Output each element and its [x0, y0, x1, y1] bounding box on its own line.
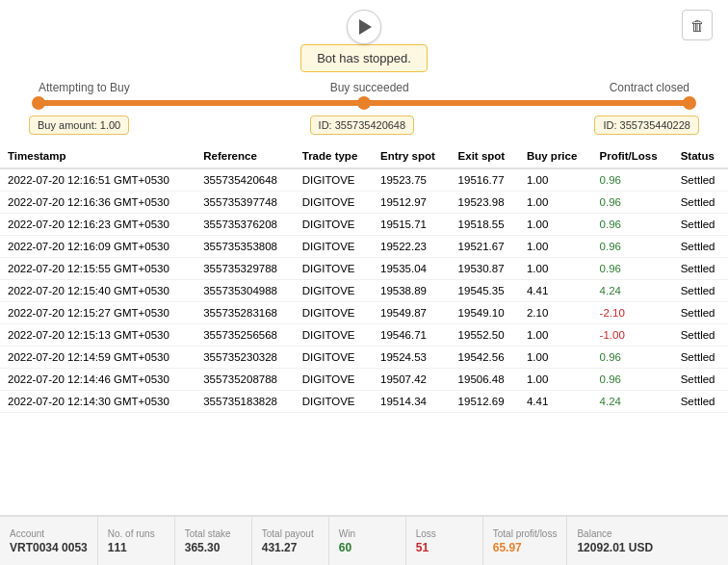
progress-dot-end	[683, 96, 696, 110]
table-row: 2022-07-20 12:15:27 GMT+0530355735283168…	[0, 302, 728, 324]
col-profit-loss: Profit/Loss	[592, 144, 673, 168]
footer-payout-value: 431.27	[262, 541, 319, 554]
table-cell: 19521.67	[451, 236, 519, 258]
footer-account-value: VRT0034 0053	[10, 541, 88, 554]
play-button[interactable]	[347, 10, 381, 44]
table-cell: 0.96	[592, 369, 673, 391]
progress-section: Attempting to Buy Buy succeeded Contract…	[0, 71, 728, 139]
table-cell: 1.00	[519, 258, 592, 280]
table-cell: DIGITOVE	[295, 347, 373, 369]
trades-table: Timestamp Reference Trade type Entry spo…	[0, 144, 728, 413]
table-cell: 2022-07-20 12:14:59 GMT+0530	[0, 347, 195, 369]
table-cell: Settled	[673, 302, 728, 324]
table-cell: 1.00	[519, 214, 592, 236]
table-cell: DIGITOVE	[295, 236, 373, 258]
table-cell: 2022-07-20 12:14:46 GMT+0530	[0, 369, 195, 391]
table-cell: 1.00	[519, 324, 592, 347]
table-cell: Settled	[673, 258, 728, 280]
col-trade-type: Trade type	[295, 144, 373, 168]
table-cell: DIGITOVE	[295, 192, 373, 214]
table-cell: 2022-07-20 12:16:51 GMT+0530	[0, 168, 195, 192]
table-row: 2022-07-20 12:15:55 GMT+0530355735329788…	[0, 258, 728, 280]
table-cell: 19523.75	[373, 168, 451, 192]
progress-tooltips: Buy amount: 1.00 ID: 355735420648 ID: 35…	[29, 116, 699, 135]
footer-runs: No. of runs 111	[98, 517, 175, 565]
table-body: 2022-07-20 12:16:51 GMT+0530355735420648…	[0, 168, 728, 413]
footer-loss-label: Loss	[416, 528, 473, 539]
table-cell: Settled	[673, 236, 728, 258]
table-cell: 0.96	[592, 236, 673, 258]
table-cell: Settled	[673, 369, 728, 391]
table-cell: 2022-07-20 12:16:36 GMT+0530	[0, 192, 195, 214]
table-cell: 1.00	[519, 347, 592, 369]
footer-profit-value: 65.97	[493, 541, 558, 554]
tooltip-id-end: ID: 355735440228	[594, 116, 699, 135]
footer-payout-label: Total payout	[262, 528, 319, 539]
table-cell: 19516.77	[451, 168, 519, 192]
table-cell: 19549.10	[451, 302, 519, 324]
table-cell: -2.10	[592, 302, 673, 324]
table-cell: Settled	[673, 324, 728, 347]
table-cell: 355735208788	[195, 369, 295, 391]
footer-stake-value: 365.30	[185, 541, 242, 554]
table-cell: DIGITOVE	[295, 258, 373, 280]
tooltip-buy-amount: Buy amount: 1.00	[29, 116, 129, 135]
table-cell: -1.00	[592, 324, 673, 347]
progress-labels: Attempting to Buy Buy succeeded Contract…	[29, 81, 699, 94]
trash-button[interactable]: 🗑	[682, 10, 713, 40]
footer-runs-label: No. of runs	[108, 528, 165, 539]
tooltip-id-mid: ID: 355735420648	[310, 116, 415, 135]
table-cell: 19545.35	[451, 280, 519, 302]
table-cell: 19514.34	[373, 391, 451, 413]
table-cell: 1.00	[519, 192, 592, 214]
table-cell: DIGITOVE	[295, 168, 373, 192]
table-cell: 19523.98	[451, 192, 519, 214]
table-cell: Settled	[673, 168, 728, 192]
table-cell: 355735353808	[195, 236, 295, 258]
table-cell: 19524.53	[373, 347, 451, 369]
table-row: 2022-07-20 12:16:51 GMT+0530355735420648…	[0, 168, 728, 192]
footer-balance: Balance 12092.01 USD	[567, 517, 728, 565]
footer-loss-value: 51	[416, 541, 473, 554]
progress-dot-start	[32, 96, 45, 110]
table-cell: 2022-07-20 12:14:30 GMT+0530	[0, 391, 195, 413]
table-cell: 19530.87	[451, 258, 519, 280]
table-cell: 4.24	[592, 280, 673, 302]
table-cell: 2.10	[519, 302, 592, 324]
table-cell: 19512.69	[451, 391, 519, 413]
table-row: 2022-07-20 12:16:09 GMT+0530355735353808…	[0, 236, 728, 258]
table-cell: 19538.89	[373, 280, 451, 302]
table-row: 2022-07-20 12:15:13 GMT+0530355735256568…	[0, 324, 728, 347]
table-cell: 19552.50	[451, 324, 519, 347]
trash-icon: 🗑	[690, 17, 705, 34]
table-row: 2022-07-20 12:15:40 GMT+0530355735304988…	[0, 280, 728, 302]
footer-win-label: Win	[339, 528, 396, 539]
col-reference: Reference	[195, 144, 295, 168]
table-cell: 2022-07-20 12:15:40 GMT+0530	[0, 280, 195, 302]
label-attempting: Attempting to Buy	[39, 81, 130, 94]
table-row: 2022-07-20 12:14:30 GMT+0530355735183828…	[0, 391, 728, 413]
table-cell: 1.00	[519, 369, 592, 391]
table-cell: 19507.42	[373, 369, 451, 391]
table-cell: 2022-07-20 12:15:27 GMT+0530	[0, 302, 195, 324]
footer-balance-value: 12092.01 USD	[577, 541, 718, 554]
footer-stake: Total stake 365.30	[175, 517, 252, 565]
footer-loss: Loss 51	[406, 517, 483, 565]
table-cell: 19518.55	[451, 214, 519, 236]
table-cell: 19546.71	[373, 324, 451, 347]
table-cell: 1.00	[519, 236, 592, 258]
table-cell: 2022-07-20 12:16:09 GMT+0530	[0, 236, 195, 258]
col-timestamp: Timestamp	[0, 144, 195, 168]
table-cell: 19549.87	[373, 302, 451, 324]
table-cell: 2022-07-20 12:15:13 GMT+0530	[0, 324, 195, 347]
footer-balance-label: Balance	[577, 528, 718, 539]
table-cell: 355735329788	[195, 258, 295, 280]
progress-dot-mid	[357, 96, 371, 110]
table-cell: DIGITOVE	[295, 391, 373, 413]
col-buy-price: Buy price	[519, 144, 592, 168]
table-cell: DIGITOVE	[295, 324, 373, 347]
table-cell: 2022-07-20 12:15:55 GMT+0530	[0, 258, 195, 280]
table-cell: 355735283168	[195, 302, 295, 324]
footer-stake-label: Total stake	[185, 528, 242, 539]
footer-win-value: 60	[339, 541, 396, 554]
